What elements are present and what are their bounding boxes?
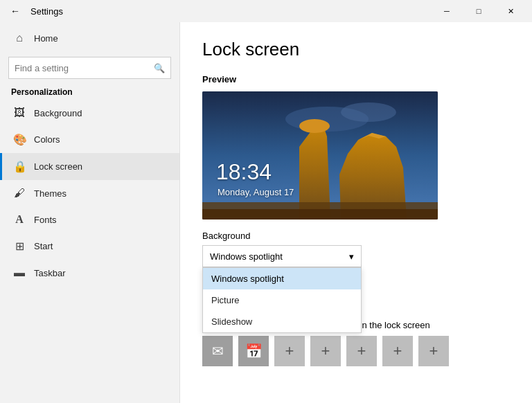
search-icon: 🔍 (154, 63, 165, 73)
dropdown-option-slideshow[interactable]: Slideshow (203, 311, 361, 332)
sidebar-section-title: Personalization (0, 82, 179, 100)
app-title: Settings (30, 6, 63, 17)
lock-screen-preview: 18:34 Monday, August 17 (202, 91, 438, 220)
plus-icon-5: + (429, 342, 438, 360)
app-icon-add-1[interactable]: + (274, 336, 305, 366)
background-dropdown-wrapper: Windows spotlight ▾ Windows spotlight Pi… (202, 245, 362, 267)
sidebar-taskbar-label: Taskbar (34, 268, 66, 278)
plus-icon-2: + (321, 342, 330, 360)
app-icon-mail[interactable]: ✉ (202, 336, 233, 366)
svg-rect-5 (202, 209, 438, 220)
background-icon: 🖼 (13, 107, 26, 119)
sidebar-item-taskbar[interactable]: ▬ Taskbar (0, 260, 179, 286)
maximize-button[interactable]: □ (463, 0, 495, 22)
calendar-small-icon: 📅 (245, 343, 263, 359)
sidebar-item-home[interactable]: ⌂ Home (0, 25, 179, 51)
app-icon-add-2[interactable]: + (310, 336, 341, 366)
dropdown-selected-value: Windows spotlight (210, 251, 283, 262)
svg-point-3 (299, 119, 330, 133)
sidebar-item-lock-screen[interactable]: 🔒 Lock screen (0, 153, 179, 180)
plus-icon-4: + (393, 342, 402, 360)
preview-date: Monday, August 17 (218, 187, 294, 197)
sidebar-colors-label: Colors (34, 134, 60, 145)
app-icon-calendar[interactable]: 📅 (238, 336, 269, 366)
lock-icon: 🔒 (13, 160, 26, 173)
sidebar-start-label: Start (34, 241, 53, 251)
preview-rock-svg (202, 91, 438, 220)
title-bar: ← Settings ─ □ ✕ (0, 0, 532, 22)
mail-icon: ✉ (212, 343, 224, 359)
home-icon: ⌂ (13, 32, 26, 44)
app-icon-add-4[interactable]: + (382, 336, 413, 366)
search-input[interactable] (15, 63, 154, 73)
sidebar-home-label: Home (34, 33, 58, 44)
sidebar-background-label: Background (34, 108, 82, 118)
dropdown-list: Windows spotlight Picture Slideshow (202, 267, 362, 333)
background-section-label: Background (202, 231, 510, 241)
sidebar-item-start[interactable]: ⊞ Start (0, 233, 179, 260)
preview-background: 18:34 Monday, August 17 (202, 91, 438, 220)
preview-time: 18:34 (216, 159, 272, 185)
dropdown-option-spotlight[interactable]: Windows spotlight (203, 268, 361, 289)
quick-status-apps-row: ✉ 📅 + + + + + (202, 336, 510, 366)
start-icon: ⊞ (13, 240, 26, 253)
plus-icon-3: + (357, 342, 366, 360)
sidebar-item-themes[interactable]: 🖌 Themes (0, 180, 179, 206)
back-icon: ← (10, 6, 20, 17)
themes-icon: 🖌 (13, 187, 26, 199)
window-controls: ─ □ ✕ (431, 0, 526, 22)
sidebar-themes-label: Themes (34, 188, 66, 199)
minimize-button[interactable]: ─ (431, 0, 463, 22)
sidebar: ⌂ Home 🔍 Personalization 🖼 Background 🎨 … (0, 22, 180, 403)
sidebar-item-colors[interactable]: 🎨 Colors (0, 126, 179, 153)
svg-point-2 (341, 102, 396, 122)
app-body: ⌂ Home 🔍 Personalization 🖼 Background 🎨 … (0, 22, 532, 403)
fonts-icon: A (13, 213, 26, 226)
page-title: Lock screen (202, 39, 510, 60)
chevron-down-icon: ▾ (349, 251, 354, 262)
back-button[interactable]: ← (6, 1, 25, 21)
colors-icon: 🎨 (13, 133, 26, 146)
sidebar-lock-label: Lock screen (34, 161, 82, 172)
sidebar-item-background[interactable]: 🖼 Background (0, 100, 179, 126)
preview-label: Preview (202, 74, 510, 84)
sidebar-fonts-label: Fonts (34, 215, 57, 225)
close-button[interactable]: ✕ (495, 0, 526, 22)
plus-icon-1: + (285, 342, 294, 360)
content-area: Lock screen Preview (180, 22, 532, 403)
app-icon-add-3[interactable]: + (346, 336, 377, 366)
taskbar-icon: ▬ (13, 267, 26, 279)
search-box[interactable]: 🔍 (8, 57, 171, 79)
background-dropdown[interactable]: Windows spotlight ▾ (202, 245, 362, 267)
app-icon-add-5[interactable]: + (418, 336, 449, 366)
dropdown-option-picture[interactable]: Picture (203, 289, 361, 311)
sidebar-item-fonts[interactable]: A Fonts (0, 206, 179, 233)
